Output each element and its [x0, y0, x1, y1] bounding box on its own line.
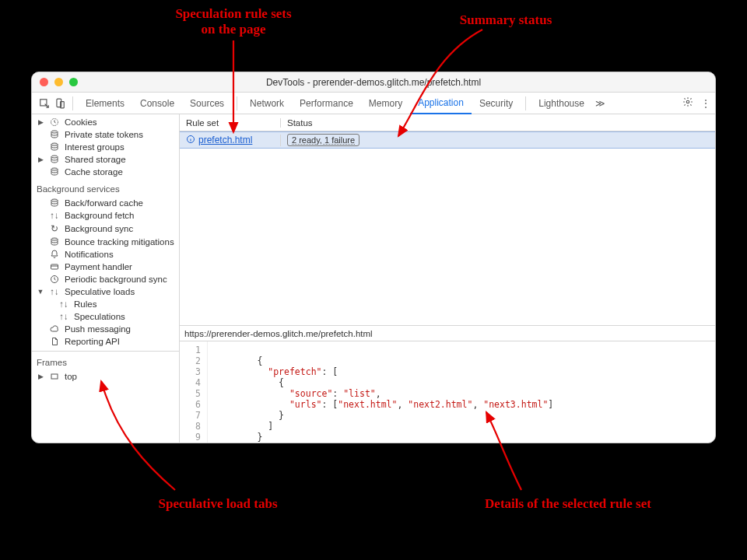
- tab-performance[interactable]: Performance: [292, 93, 361, 114]
- bell-icon: [49, 250, 60, 259]
- tab-lighthouse[interactable]: Lighthouse: [531, 93, 592, 114]
- sidebar-heading-bg: Background services: [32, 178, 179, 197]
- svg-point-7: [51, 156, 58, 158]
- doc-icon: [49, 337, 60, 346]
- sidebar-label: Reporting API: [65, 337, 120, 346]
- frame-icon: [49, 372, 60, 381]
- sidebar-item-push-messaging[interactable]: Push messaging: [32, 323, 179, 335]
- divider: [72, 96, 73, 110]
- annotation-tabs: Speculative load tabs: [132, 496, 303, 512]
- tab-network[interactable]: Network: [242, 93, 292, 114]
- details-url: https://prerender-demos.glitch.me/prefet…: [180, 326, 715, 341]
- sidebar-label: Payment handler: [65, 262, 132, 271]
- svg-point-6: [51, 143, 58, 145]
- header-ruleset: Rule set: [180, 118, 281, 128]
- code-body: { "prefetch": [ { "source": "list", "url…: [208, 341, 559, 443]
- sidebar-label: Speculations: [74, 312, 125, 321]
- ruleset-table-header: Rule set Status: [180, 114, 715, 131]
- tab-memory[interactable]: Memory: [361, 93, 410, 114]
- svg-point-5: [51, 131, 58, 133]
- devtools-tabstrip: Elements Console Sources Network Perform…: [32, 93, 715, 114]
- db-icon: [49, 142, 60, 152]
- sidebar-item-bg-sync[interactable]: ↻Background sync: [32, 222, 179, 236]
- sidebar-item-speculations[interactable]: ↑↓ Speculations: [32, 310, 179, 323]
- svg-point-9: [51, 199, 58, 201]
- sidebar-label: Push messaging: [65, 324, 131, 334]
- svg-point-10: [51, 238, 58, 240]
- divider: [237, 96, 237, 110]
- tab-application[interactable]: Application: [410, 93, 472, 114]
- sidebar-label: Back/forward cache: [65, 198, 143, 208]
- sidebar-label: Private state tokens: [65, 130, 143, 139]
- sidebar-item-rules[interactable]: ↑↓ Rules: [32, 298, 179, 310]
- db-icon: [49, 155, 60, 164]
- devtools-window: DevTools - prerender-demos.glitch.me/pre…: [31, 72, 716, 443]
- sidebar-item-bfcache[interactable]: Back/forward cache: [32, 197, 179, 209]
- info-icon: [186, 135, 195, 146]
- sidebar-label: Background sync: [65, 224, 133, 233]
- sidebar-label: Rules: [74, 299, 96, 309]
- clock-icon: [49, 117, 60, 127]
- db-icon: [49, 198, 60, 208]
- sidebar-item-bounce-tracking[interactable]: Bounce tracking mitigations: [32, 236, 179, 248]
- application-main: Rule set Status prefetch.html 2 ready, 1…: [180, 114, 715, 443]
- db-icon: [49, 130, 60, 139]
- svg-rect-11: [51, 264, 58, 269]
- svg-point-8: [51, 168, 58, 170]
- sidebar-item-notifications[interactable]: Notifications: [32, 248, 179, 261]
- sidebar-heading-frames: Frames: [32, 351, 179, 370]
- sidebar-label: Speculative loads: [65, 287, 135, 296]
- db-icon: [49, 167, 60, 177]
- tab-security[interactable]: Security: [472, 93, 521, 114]
- caret-right-icon: ▶: [37, 373, 44, 380]
- sidebar-item-payment-handler[interactable]: Payment handler: [32, 261, 179, 273]
- caret-right-icon: ▶: [37, 118, 44, 126]
- card-icon: [49, 262, 60, 271]
- sync-icon: ↻: [49, 223, 60, 234]
- application-sidebar: ▶ Cookies Private state tokens Interest …: [32, 114, 180, 443]
- sidebar-item-interest-groups[interactable]: Interest groups: [32, 141, 179, 153]
- divider: [525, 96, 526, 110]
- sidebar-label: Background fetch: [65, 211, 135, 220]
- window-title: DevTools - prerender-demos.glitch.me/pre…: [32, 77, 715, 88]
- caret-right-icon: ▶: [37, 156, 44, 163]
- caret-down-icon: ▼: [37, 288, 44, 296]
- sidebar-item-cookies[interactable]: ▶ Cookies: [32, 116, 179, 128]
- sidebar-item-shared-storage[interactable]: ▶ Shared storage: [32, 153, 179, 166]
- ruleset-table-empty: [180, 149, 715, 326]
- inspect-icon[interactable]: [37, 98, 52, 109]
- annotation-rulesets: Speculation rule setson the page: [156, 6, 311, 37]
- kebab-icon[interactable]: ⋮: [701, 98, 710, 109]
- ruleset-row[interactable]: prefetch.html 2 ready, 1 failure: [180, 131, 715, 149]
- sidebar-item-frame-top[interactable]: ▶ top: [32, 370, 179, 383]
- sidebar-item-reporting-api[interactable]: Reporting API: [32, 335, 179, 348]
- db-icon: [49, 237, 60, 247]
- clock-icon: [49, 275, 60, 284]
- sidebar-label: Bounce tracking mitigations: [65, 237, 174, 247]
- code-gutter: 123456789: [180, 341, 208, 443]
- annotation-details: Details of the selected rule set: [451, 496, 685, 512]
- gear-icon[interactable]: [682, 96, 693, 110]
- tab-elements[interactable]: Elements: [78, 93, 132, 114]
- updown-icon: ↑↓: [49, 287, 60, 296]
- updown-icon: ↑↓: [49, 211, 60, 220]
- sidebar-label: Shared storage: [65, 155, 126, 164]
- sidebar-label: Interest groups: [65, 142, 124, 152]
- code-viewer: 123456789 { "prefetch": [ { "source": "l…: [180, 341, 715, 443]
- sidebar-item-private-state-tokens[interactable]: Private state tokens: [32, 128, 179, 141]
- header-status: Status: [281, 118, 715, 128]
- sidebar-label: Cache storage: [65, 167, 123, 177]
- sidebar-label: top: [65, 372, 77, 381]
- device-mode-icon[interactable]: [52, 98, 68, 109]
- sidebar-item-cache-storage[interactable]: Cache storage: [32, 166, 179, 178]
- tabs-overflow-icon[interactable]: ≫: [595, 98, 605, 109]
- sidebar-item-periodic-sync[interactable]: Periodic background sync: [32, 273, 179, 285]
- status-pill[interactable]: 2 ready, 1 failure: [287, 134, 359, 146]
- sidebar-label: Periodic background sync: [65, 275, 167, 284]
- ruleset-link[interactable]: prefetch.html: [198, 135, 252, 145]
- tab-sources[interactable]: Sources: [182, 93, 232, 114]
- sidebar-item-speculative-loads[interactable]: ▼ ↑↓ Speculative loads: [32, 285, 179, 298]
- tab-console[interactable]: Console: [132, 93, 182, 114]
- cloud-icon: [49, 324, 60, 334]
- sidebar-item-bg-fetch[interactable]: ↑↓Background fetch: [32, 209, 179, 222]
